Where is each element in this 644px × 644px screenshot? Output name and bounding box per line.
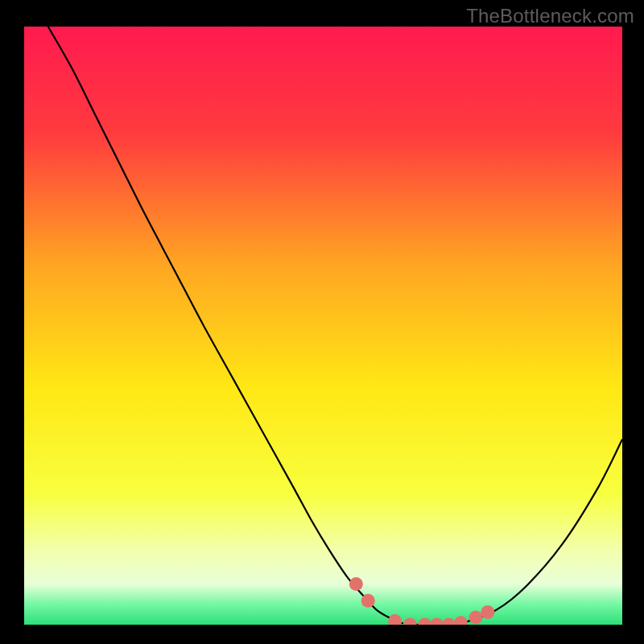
gradient-background: [24, 27, 622, 625]
curve-marker: [361, 594, 375, 608]
curve-marker: [442, 618, 456, 632]
curve-marker: [418, 618, 431, 632]
curve-marker: [469, 611, 482, 625]
curve-marker: [349, 577, 363, 591]
watermark-text: TheBottleneck.com: [466, 5, 634, 27]
chart-stage: TheBottleneck.com: [0, 0, 644, 644]
bottleneck-chart: [0, 0, 644, 644]
curve-marker: [454, 616, 468, 630]
curve-marker: [388, 614, 402, 628]
curve-marker: [403, 618, 417, 632]
curve-marker: [481, 605, 494, 619]
curve-marker: [430, 618, 444, 632]
